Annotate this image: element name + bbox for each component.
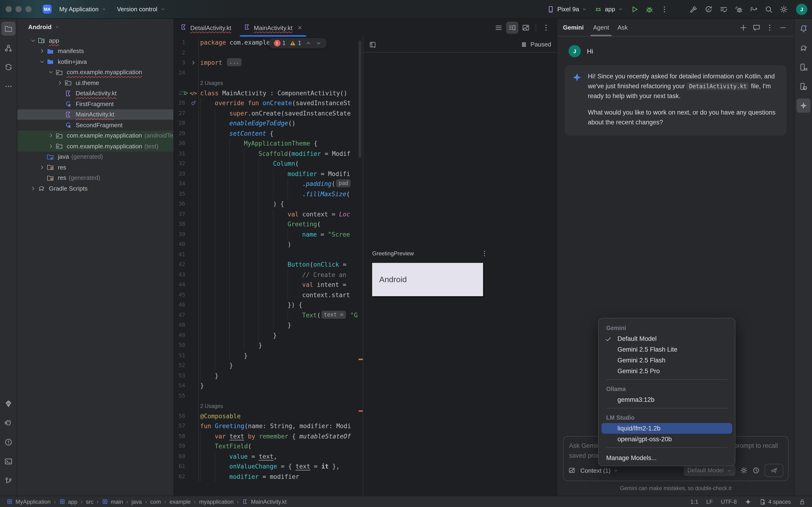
notifications[interactable] (796, 21, 810, 36)
search-icon[interactable] (762, 3, 775, 16)
send-button[interactable] (765, 464, 783, 477)
breadcrumb-myapplication[interactable]: myapplication (199, 498, 234, 505)
breadcrumb-main[interactable]: main (102, 498, 123, 505)
chat-list-button[interactable] (751, 22, 762, 33)
model-selector-button[interactable]: Default Model (684, 465, 735, 476)
terminal[interactable] (1, 454, 15, 468)
tree-item-gradle-scripts[interactable]: Gradle Scripts (17, 183, 173, 194)
gemini-tool-window[interactable] (796, 99, 810, 113)
close-tab-button[interactable] (297, 25, 303, 31)
tree-item-com-example-myapplication[interactable]: com.example.myapplication(test) (17, 141, 173, 151)
usages-hint[interactable]: 2 Usages (200, 80, 223, 86)
menu-item-gemma3-12b[interactable]: gemma3:12b (599, 394, 735, 405)
caret-position[interactable]: 1:1 (691, 498, 698, 505)
breadcrumb-com[interactable]: com (150, 498, 161, 505)
preview-canvas[interactable]: Android (372, 263, 483, 296)
version-control[interactable] (1, 474, 15, 488)
hammer-icon[interactable] (687, 3, 700, 16)
new-chat-button[interactable] (738, 22, 749, 33)
inspections-widget[interactable]: ! 1 1 (269, 38, 326, 48)
run-button[interactable] (628, 3, 641, 16)
sync[interactable] (1, 60, 15, 74)
user-avatar[interactable]: J (796, 3, 807, 15)
gradle-sync-icon[interactable]: A (702, 3, 715, 16)
breadcrumb-mainactivity-kt[interactable]: MainActivity.kt (242, 498, 287, 505)
override-marker-icon[interactable] (190, 100, 196, 106)
settings-icon[interactable] (777, 3, 791, 16)
logcat[interactable] (1, 416, 15, 430)
indent-style[interactable]: 4 spaces (759, 498, 791, 505)
breadcrumb-app[interactable]: app (59, 498, 77, 505)
project-view-selector[interactable]: Android (28, 23, 60, 31)
more-tool-windows[interactable] (1, 79, 15, 94)
design-view-button[interactable] (520, 21, 532, 34)
next-issue-button[interactable] (315, 40, 322, 47)
editor-options-button[interactable] (540, 21, 552, 34)
menu-item-manage-models[interactable]: Manage Models... (599, 451, 735, 462)
context-selector[interactable]: Context (1) (580, 467, 619, 474)
fold-chevron-icon[interactable] (190, 60, 196, 66)
editor-tab-mainactivity-kt[interactable]: MainActivity.kt (237, 19, 309, 37)
run-config-selector[interactable]: app (592, 3, 626, 15)
gradle[interactable] (796, 41, 810, 55)
history-button[interactable] (752, 467, 760, 474)
tree-item-firstfragment[interactable]: FirstFragment (17, 99, 173, 109)
code-editor[interactable]: 1package com.example.myappli23import ...… (174, 37, 363, 496)
app-quality-insights[interactable] (1, 397, 15, 411)
code-view-button[interactable] (493, 21, 505, 34)
project-selector[interactable]: My Application (56, 4, 109, 14)
profiler-icon[interactable] (717, 3, 730, 16)
menu-item-openai-gpt-oss-20b[interactable]: openai/gpt-oss-20b (599, 434, 735, 445)
breadcrumb-java[interactable]: java (132, 498, 142, 505)
previous-issue-button[interactable] (305, 40, 312, 47)
preview-menu-button[interactable] (481, 250, 488, 257)
line-separator[interactable]: LF (706, 498, 713, 505)
split-view-button[interactable] (506, 21, 518, 34)
tree-item-java[interactable]: java(generated) (17, 151, 173, 162)
tree-item-com-example-myapplication[interactable]: com.example.myapplication(androidTest) (17, 130, 173, 141)
tree-item-kotlin-java[interactable]: kotlin+java (17, 56, 173, 67)
menu-item-liquid-lfm2-1-2b[interactable]: liquid/lfm2-1.2b (602, 423, 732, 434)
run-line-icon[interactable] (183, 90, 189, 96)
tree-item-res[interactable]: res (17, 162, 173, 172)
breadcrumb-example[interactable]: example (169, 498, 191, 505)
editor-tab-detailactivity-kt[interactable]: DetailActivity.kt (174, 19, 237, 37)
menu-item-gemini-2-5-flash[interactable]: Gemini 2.5 Flash (599, 355, 735, 366)
vcs-selector[interactable]: Version control (114, 4, 168, 14)
gemini-options-button[interactable] (764, 22, 775, 33)
analyze-icon[interactable] (747, 3, 760, 16)
running-devices[interactable] (796, 79, 810, 94)
device-manager[interactable] (796, 60, 810, 74)
tree-item-app[interactable]: app (17, 35, 173, 46)
tree-item-ui-theme[interactable]: ui.theme (17, 77, 173, 88)
gemini-tab-agent[interactable]: Agent (593, 19, 609, 36)
menu-item-gemini-2-5-pro[interactable]: Gemini 2.5 Pro (599, 366, 735, 377)
editor-scrollbar[interactable] (359, 40, 361, 158)
gemini-tab-ask[interactable]: Ask (617, 19, 627, 36)
tree-item-mainactivity-kt[interactable]: MainActivity.kt (17, 109, 173, 120)
more-run-actions-button[interactable] (658, 3, 671, 16)
tree-item-res[interactable]: res(generated) (17, 172, 173, 183)
attach-debugger-icon[interactable] (732, 3, 745, 16)
attach-image-icon[interactable] (568, 467, 576, 474)
breadcrumb-myapplication[interactable]: MyApplication (7, 498, 51, 505)
usages-hint[interactable]: 2 Usages (200, 403, 223, 409)
preview-status[interactable]: Paused (520, 41, 551, 48)
device-selector[interactable]: Pixel 9a (544, 3, 590, 15)
tree-item-com-example-myapplication[interactable]: com.example.myapplication (17, 67, 173, 77)
write-access-icon[interactable] (799, 498, 805, 505)
menu-item-default-model[interactable]: Default Model (599, 333, 735, 344)
file-encoding[interactable]: UTF-8 (721, 498, 737, 505)
resource-manager[interactable] (1, 41, 15, 55)
tree-item-manifests[interactable]: manifests (17, 46, 173, 56)
problems[interactable] (1, 435, 15, 449)
tree-item-secondfragment[interactable]: SecondFragment (17, 120, 173, 130)
project-tool-window[interactable] (1, 21, 15, 36)
gemini-settings-button[interactable] (740, 467, 748, 474)
preview-layout-button[interactable] (369, 41, 376, 48)
debug-button[interactable] (643, 3, 656, 16)
tree-item-detailactivity-kt[interactable]: DetailActivity.kt (17, 88, 173, 99)
breadcrumb-src[interactable]: src (86, 498, 93, 505)
window-controls[interactable] (5, 6, 32, 12)
hide-panel-button[interactable] (777, 22, 789, 33)
